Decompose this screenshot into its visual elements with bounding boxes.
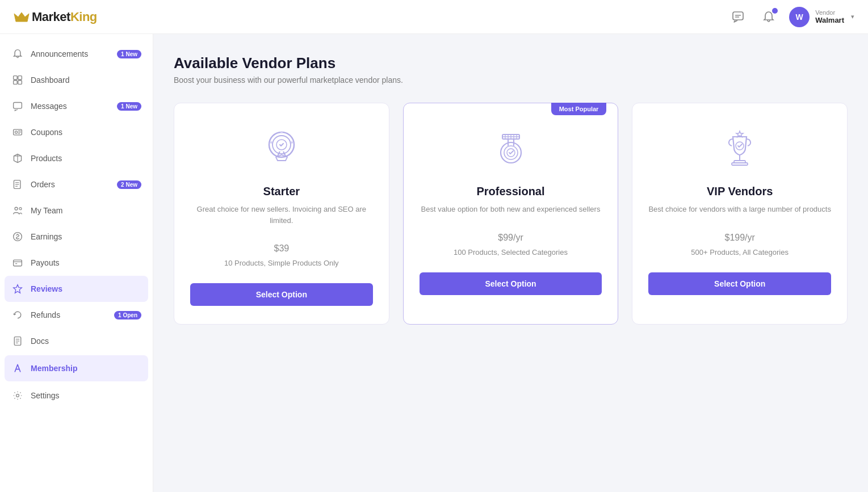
professional-icon — [485, 124, 536, 175]
plan-name-vip: VIP Vendors — [707, 185, 773, 198]
sidebar-item-label: Earnings — [31, 232, 141, 241]
sidebar-item-label: Payouts — [31, 258, 141, 267]
sidebar-item-refunds[interactable]: Refunds 1 Open — [0, 302, 153, 328]
plans-grid: Starter Great choice for new sellers. In… — [174, 103, 848, 325]
sidebar-item-settings[interactable]: Settings — [0, 382, 153, 409]
orders-badge: 2 New — [117, 180, 141, 189]
chat-icon-button[interactable] — [728, 7, 748, 27]
svg-point-34 — [270, 141, 272, 144]
sidebar-item-label: Settings — [31, 391, 141, 400]
sidebar-item-orders[interactable]: Orders 2 New — [0, 171, 153, 197]
avatar: W — [789, 7, 810, 27]
logo[interactable]: MarketKing — [14, 10, 97, 24]
membership-icon — [11, 362, 24, 375]
sidebar-item-label: Announcements — [31, 49, 110, 58]
sidebar-item-label: Products — [31, 154, 141, 163]
refunds-icon — [11, 309, 24, 321]
sidebar-item-earnings[interactable]: Earnings — [0, 224, 153, 250]
logo-king: King — [70, 10, 97, 24]
header: MarketKing W Vendor Walmart ▾ — [0, 0, 868, 34]
sidebar: Announcements 1 New Dashboard Messages 1… — [0, 34, 153, 492]
starter-icon — [256, 124, 307, 175]
bell-icon — [11, 48, 24, 60]
sidebar-item-label: Reviews — [31, 284, 141, 293]
select-option-professional[interactable]: Select Option — [420, 272, 602, 295]
sidebar-item-docs[interactable]: Docs — [0, 328, 153, 354]
user-menu[interactable]: W Vendor Walmart ▾ — [789, 7, 854, 27]
plan-card-professional: Most Popular — [403, 103, 619, 325]
svg-rect-23 — [14, 260, 22, 266]
announcements-badge: 1 New — [117, 50, 141, 58]
svg-rect-1 — [733, 12, 743, 20]
plan-price-vip: $199/yr — [724, 226, 754, 245]
reviews-icon — [11, 283, 24, 295]
page-subtitle: Boost your business with our powerful ma… — [174, 75, 848, 85]
sidebar-item-messages[interactable]: Messages 1 New — [0, 93, 153, 119]
earnings-icon — [11, 230, 24, 243]
user-name: Walmart — [815, 16, 844, 24]
svg-marker-25 — [14, 285, 22, 293]
notifications-badge — [772, 8, 778, 14]
notifications-icon-button[interactable] — [758, 7, 779, 27]
app-body: Announcements 1 New Dashboard Messages 1… — [0, 34, 868, 492]
crown-icon — [14, 11, 30, 23]
plan-desc-professional: Best value option for both new and exper… — [421, 204, 601, 215]
sidebar-item-label: Refunds — [31, 310, 107, 319]
select-option-starter[interactable]: Select Option — [190, 283, 373, 306]
plan-products-professional: 100 Products, Selected Categories — [454, 248, 568, 256]
sidebar-item-label: Docs — [31, 337, 141, 346]
sidebar-item-payouts[interactable]: Payouts — [0, 250, 153, 276]
plan-price-starter: $39 — [274, 237, 289, 255]
sidebar-item-label: Coupons — [31, 128, 141, 137]
refunds-badge: 1 Open — [114, 311, 141, 319]
sidebar-item-reviews[interactable]: Reviews — [5, 276, 148, 302]
header-actions: W Vendor Walmart ▾ — [728, 7, 854, 27]
sidebar-item-label: My Team — [31, 206, 141, 215]
plan-card-starter: Starter Great choice for new sellers. In… — [174, 103, 389, 325]
plan-card-vip: VIP Vendors Best choice for vendors with… — [632, 103, 848, 325]
payouts-icon — [11, 256, 24, 269]
svg-rect-4 — [14, 76, 18, 80]
dashboard-icon — [11, 74, 24, 86]
svg-marker-0 — [14, 12, 29, 22]
plan-products-starter: 10 Products, Simple Products Only — [224, 259, 339, 267]
sidebar-item-announcements[interactable]: Announcements 1 New — [0, 41, 153, 67]
sidebar-item-dashboard[interactable]: Dashboard — [0, 67, 153, 93]
svg-point-20 — [15, 207, 18, 210]
main-content: Available Vendor Plans Boost your busine… — [153, 34, 868, 492]
page-title: Available Vendor Plans — [174, 54, 848, 72]
messages-badge: 1 New — [117, 102, 141, 111]
sidebar-item-label: Dashboard — [31, 75, 141, 85]
chevron-down-icon: ▾ — [851, 13, 854, 20]
message-icon — [11, 100, 24, 112]
logo-market: Market — [32, 10, 70, 24]
settings-icon — [11, 389, 24, 402]
team-icon — [11, 204, 24, 217]
vip-icon — [714, 124, 765, 175]
plan-desc-starter: Great choice for new sellers. Invoicing … — [190, 204, 373, 226]
plan-products-vip: 500+ Products, All Categories — [691, 248, 789, 256]
plan-name-starter: Starter — [263, 185, 300, 198]
plan-name-professional: Professional — [476, 185, 544, 198]
sidebar-item-label: Messages — [31, 102, 110, 111]
sidebar-item-label: Orders — [31, 180, 110, 189]
user-text: Vendor Walmart — [815, 9, 844, 24]
svg-rect-49 — [732, 163, 748, 165]
svg-point-21 — [19, 208, 22, 210]
svg-point-36 — [280, 131, 283, 133]
svg-rect-7 — [18, 81, 22, 85]
plan-desc-vip: Best choice for vendors with a large num… — [648, 204, 831, 215]
sidebar-item-coupons[interactable]: Coupons — [0, 119, 153, 145]
sidebar-item-my-team[interactable]: My Team — [0, 197, 153, 224]
svg-point-30 — [16, 394, 19, 397]
svg-point-35 — [291, 141, 293, 144]
coupon-icon — [11, 126, 24, 138]
docs-icon — [11, 335, 24, 347]
user-role: Vendor — [815, 9, 844, 16]
products-icon — [11, 152, 24, 165]
most-popular-badge: Most Popular — [551, 103, 607, 115]
sidebar-item-products[interactable]: Products — [0, 145, 153, 171]
select-option-vip[interactable]: Select Option — [648, 272, 831, 295]
sidebar-item-membership[interactable]: Membership — [5, 355, 148, 381]
svg-rect-6 — [14, 81, 18, 85]
